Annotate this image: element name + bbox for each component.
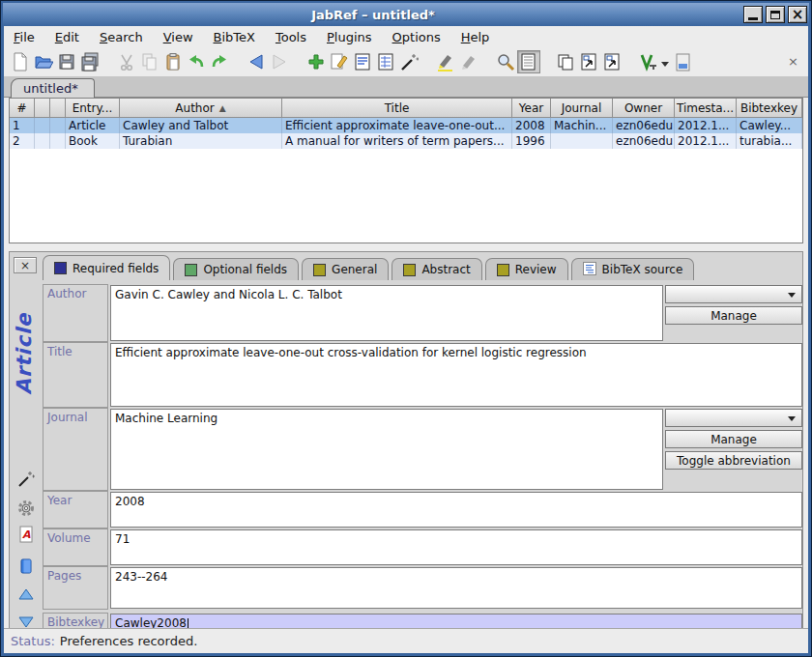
author-manage-button[interactable]: Manage [665, 306, 802, 325]
toggle-search-pane-icon[interactable] [517, 50, 540, 73]
edit-preamble-icon[interactable] [374, 50, 397, 73]
pages-field[interactable]: 243--264 [110, 567, 802, 609]
bibtex-source-icon [583, 262, 596, 278]
tab-required-fields[interactable]: Required fields [43, 255, 170, 280]
toggle-abbreviation-button[interactable]: Toggle abbreviation [665, 451, 802, 470]
search-icon[interactable] [494, 50, 517, 73]
save-all-icon[interactable] [78, 50, 102, 73]
autoset-gear-icon[interactable] [16, 499, 35, 517]
mark-entries-icon[interactable] [434, 50, 457, 73]
generate-key-dropdown-icon[interactable] [661, 62, 669, 71]
undo-icon[interactable] [185, 50, 208, 73]
menu-options[interactable]: Options [392, 30, 441, 44]
title-bar[interactable]: JabRef – untitled* × [3, 3, 809, 26]
abstract-icon [403, 264, 416, 276]
file-link-icon[interactable] [16, 557, 35, 575]
column-header-journal[interactable]: Journal [551, 99, 613, 118]
author-field[interactable]: Gavin C. Cawley and Nicola L. C. Talbot [110, 285, 663, 341]
save-database-icon[interactable] [55, 50, 78, 73]
copy-icon[interactable] [138, 50, 161, 73]
generate-key-icon[interactable] [16, 470, 35, 488]
journal-label: Journal [43, 408, 108, 491]
entry-table: # Entry... Author▲ Title Year Journal Ow… [9, 98, 803, 243]
column-header-owner[interactable]: Owner [613, 99, 675, 118]
push-to-application-alt-icon[interactable] [600, 50, 624, 73]
generate-bibtex-key-icon[interactable] [637, 50, 660, 73]
status-label: Status: [11, 634, 55, 648]
editor-side-toolbar: Article A ? [10, 280, 42, 629]
toolbar-close-icon[interactable]: × [788, 55, 798, 68]
column-header-title[interactable]: Title [282, 99, 512, 118]
column-header-author[interactable]: Author▲ [120, 99, 282, 118]
year-field[interactable]: 2008 [110, 492, 802, 528]
menu-plugins[interactable]: Plugins [327, 30, 372, 44]
column-header-bibtexkey[interactable]: Bibtexkey [737, 99, 802, 118]
author-row: Author Gavin C. Cawley and Nicola L. C. … [43, 284, 802, 342]
cut-icon[interactable] [115, 50, 138, 73]
unmark-entries-icon[interactable] [457, 50, 480, 73]
tab-abstract[interactable]: Abstract [392, 258, 481, 280]
menu-view[interactable]: View [163, 30, 193, 44]
open-database-icon[interactable] [32, 50, 55, 73]
journal-row: Journal Machine Learning Manage Toggle a… [43, 408, 802, 491]
journal-manage-button[interactable]: Manage [665, 430, 802, 448]
minimize-button[interactable] [743, 6, 763, 23]
cleanup-entries-icon[interactable] [397, 50, 420, 73]
title-row: Title Efficient approximate leave-one-ou… [43, 342, 802, 408]
menu-bar: File Edit Search View BibTeX Tools Plugi… [4, 26, 808, 47]
main-toolbar: × [4, 47, 808, 76]
author-names-combobox[interactable] [665, 285, 802, 303]
column-header-icon2[interactable] [50, 99, 66, 118]
file-tab-untitled[interactable]: untitled* [11, 78, 95, 98]
menu-bibtex[interactable]: BibTeX [214, 30, 255, 44]
menu-edit[interactable]: Edit [55, 30, 79, 44]
title-label: Title [43, 342, 108, 408]
paste-icon[interactable] [161, 50, 185, 73]
entry-type-label: Article [13, 311, 40, 396]
menu-file[interactable]: File [14, 30, 35, 44]
menu-tools[interactable]: Tools [276, 30, 306, 44]
optional-fields-icon [185, 264, 197, 276]
push-to-application-icon[interactable] [577, 50, 600, 73]
back-icon[interactable] [245, 50, 268, 73]
column-header-timestamp[interactable]: Timesta... [675, 99, 737, 118]
edit-entry-icon[interactable] [328, 50, 351, 73]
column-header-icon1[interactable] [35, 99, 50, 118]
window-title: JabRef – untitled* [3, 8, 743, 22]
menu-help[interactable]: Help [461, 30, 490, 44]
pdf-icon[interactable]: A [16, 525, 35, 543]
new-entry-icon[interactable] [304, 50, 328, 73]
close-button[interactable]: × [788, 6, 807, 23]
tab-review[interactable]: Review [485, 258, 568, 280]
year-row: Year 2008 [43, 491, 802, 528]
copy-key-icon[interactable] [554, 50, 577, 73]
maximize-button[interactable] [766, 6, 785, 23]
title-field[interactable]: Efficient approximate leave-one-out cros… [110, 343, 802, 407]
table-row[interactable]: 2 Book Turabian A manual for writers of … [10, 133, 802, 149]
pages-label: Pages [43, 566, 108, 610]
journal-field[interactable]: Machine Learning [110, 409, 663, 490]
table-row-selected[interactable]: 1 Article Cawley and Talbot Efficient ap… [10, 118, 802, 133]
journal-combobox[interactable] [665, 409, 802, 427]
new-database-icon[interactable] [9, 50, 32, 73]
previous-entry-icon[interactable] [16, 586, 35, 604]
tab-optional-fields[interactable]: Optional fields [173, 258, 299, 280]
horizontal-splitter[interactable] [4, 243, 808, 251]
column-header-number[interactable]: # [10, 99, 35, 118]
volume-field[interactable]: 71 [110, 529, 802, 565]
tab-general[interactable]: General [302, 258, 389, 280]
general-icon [313, 264, 326, 276]
column-header-entrytype[interactable]: Entry... [66, 99, 120, 118]
edit-strings-icon[interactable] [351, 50, 374, 73]
tab-bibtex-source[interactable]: BibTeX source [571, 258, 695, 280]
menu-search[interactable]: Search [100, 30, 143, 44]
editor-close-button[interactable]: × [14, 257, 37, 273]
forward-icon[interactable] [268, 50, 291, 73]
column-header-year[interactable]: Year [512, 99, 551, 118]
open-office-writer-icon[interactable] [671, 50, 694, 73]
entry-editor: × Required fields Optional fields Genera… [9, 251, 803, 630]
redo-icon[interactable] [208, 50, 231, 73]
status-bar: Status: Preferences recorded. [4, 628, 808, 653]
year-label: Year [43, 491, 108, 528]
review-icon [497, 264, 509, 276]
